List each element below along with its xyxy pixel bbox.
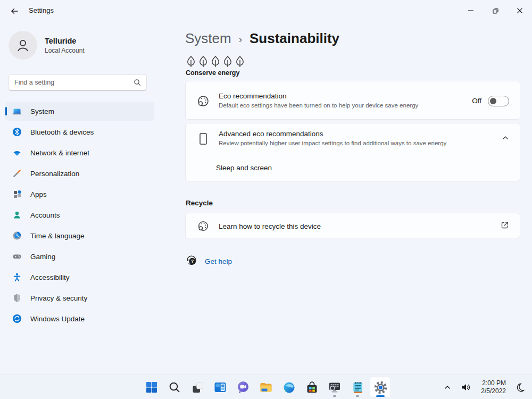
sidebar-item-gaming[interactable]: Gaming bbox=[5, 247, 154, 266]
eco-recommendation-title: Eco recommendation bbox=[219, 92, 472, 100]
brush-icon bbox=[12, 169, 22, 178]
leaf-icon bbox=[222, 55, 233, 68]
search-icon bbox=[168, 381, 181, 394]
get-help-icon: ? bbox=[186, 254, 197, 268]
conserve-energy-label: Conserve energy bbox=[186, 69, 239, 77]
toggle-knob bbox=[490, 98, 496, 104]
sleep-and-screen-row[interactable]: Sleep and screen bbox=[186, 154, 520, 181]
sidebar-item-label: Apps bbox=[30, 190, 47, 198]
back-button[interactable] bbox=[5, 4, 23, 18]
task-view-icon bbox=[191, 381, 204, 394]
leaf-icon bbox=[198, 55, 209, 68]
get-help-link[interactable]: Get help bbox=[205, 257, 232, 265]
focus-assist-button[interactable] bbox=[512, 377, 529, 397]
sidebar-item-label: System bbox=[30, 107, 54, 115]
user-card[interactable]: Telluride Local Account bbox=[9, 31, 85, 60]
laptop-icon bbox=[12, 106, 22, 116]
hidden-icons-button[interactable] bbox=[440, 377, 455, 397]
sidebar-item-system[interactable]: System bbox=[5, 102, 154, 121]
user-account-type: Local Account bbox=[45, 47, 85, 54]
minimize-button[interactable] bbox=[459, 0, 483, 21]
sidebar-item-label: Accessibility bbox=[30, 273, 70, 281]
settings-gear-icon bbox=[373, 380, 388, 395]
search-box[interactable] bbox=[9, 74, 147, 90]
update-icon bbox=[12, 314, 22, 323]
widgets-button[interactable] bbox=[210, 377, 231, 398]
sidebar-item-time-language[interactable]: Time & language bbox=[5, 226, 154, 245]
eco-leaf-icon bbox=[196, 220, 210, 232]
get-help-row[interactable]: ? Get help bbox=[186, 254, 232, 268]
clock-icon bbox=[12, 231, 22, 240]
sidebar-item-accounts[interactable]: Accounts bbox=[5, 205, 154, 225]
volume-button[interactable] bbox=[457, 377, 475, 397]
chevron-up-icon bbox=[444, 384, 451, 390]
tray-date: 2/5/2022 bbox=[481, 387, 506, 395]
sidebar-item-label: Personalization bbox=[30, 170, 79, 178]
microsoft-store-button[interactable] bbox=[301, 377, 322, 398]
chat-button[interactable] bbox=[232, 377, 254, 398]
sidebar-item-network[interactable]: Network & internet bbox=[5, 143, 154, 162]
sidebar-item-bluetooth[interactable]: Bluetooth & devices bbox=[5, 122, 154, 142]
person-outline-icon bbox=[15, 37, 31, 53]
sidebar-item-label: Windows Update bbox=[30, 315, 85, 323]
edge-icon bbox=[282, 381, 296, 394]
system-tray: 2:00 PM 2/5/2022 bbox=[440, 375, 529, 399]
running-indicator bbox=[333, 395, 336, 397]
tray-time: 2:00 PM bbox=[481, 379, 506, 387]
restore-button[interactable] bbox=[483, 0, 508, 21]
eco-recommendation-card: Eco recommendation Default eco settings … bbox=[185, 81, 520, 120]
wifi-icon bbox=[12, 148, 22, 157]
notepad-app-button[interactable] bbox=[347, 377, 368, 398]
sidebar-nav: System Bluetooth & devices bbox=[0, 102, 160, 330]
minimize-icon bbox=[468, 7, 474, 14]
system-monitor-app-button[interactable] bbox=[324, 377, 345, 398]
taskbar-search-button[interactable] bbox=[164, 377, 185, 398]
sidebar-item-label: Time & language bbox=[30, 232, 85, 240]
breadcrumb-system[interactable]: System bbox=[185, 30, 231, 47]
search-input[interactable] bbox=[9, 79, 134, 86]
eco-recommendation-toggle[interactable] bbox=[488, 96, 509, 106]
speaker-icon bbox=[461, 383, 471, 392]
notepad-icon bbox=[351, 381, 364, 394]
leaf-icon bbox=[210, 55, 221, 68]
gamepad-icon bbox=[12, 252, 22, 261]
sidebar-item-personalization[interactable]: Personalization bbox=[5, 164, 154, 183]
breadcrumb: System › Sustainability bbox=[185, 30, 339, 47]
accessibility-icon bbox=[12, 272, 22, 282]
sidebar-item-label: Accounts bbox=[30, 211, 60, 219]
selected-accent bbox=[5, 107, 7, 115]
device-outline-icon bbox=[196, 132, 210, 146]
sidebar-item-windows-update[interactable]: Windows Update bbox=[5, 309, 154, 328]
recycle-link-label: Learn how to recycle this device bbox=[219, 222, 501, 230]
avatar bbox=[9, 31, 37, 60]
apps-grid-icon bbox=[12, 189, 22, 199]
task-view-button[interactable] bbox=[187, 377, 208, 398]
advanced-eco-subtitle: Review potentially higher user impact se… bbox=[219, 139, 502, 148]
moon-icon bbox=[516, 383, 525, 392]
sidebar-item-label: Privacy & security bbox=[30, 294, 87, 302]
main-content: System › Sustainability Conserve energy bbox=[185, 21, 520, 375]
sleep-and-screen-label: Sleep and screen bbox=[216, 164, 272, 172]
bluetooth-icon bbox=[12, 127, 22, 137]
sidebar-item-accessibility[interactable]: Accessibility bbox=[5, 268, 154, 287]
file-explorer-icon bbox=[259, 381, 273, 394]
advanced-eco-header-row[interactable]: Advanced eco recommendations Review pote… bbox=[186, 123, 520, 154]
close-button[interactable] bbox=[508, 0, 532, 21]
start-button[interactable] bbox=[141, 377, 162, 398]
settings-app-button[interactable] bbox=[370, 377, 391, 398]
windows-start-icon bbox=[145, 381, 158, 394]
edge-browser-button[interactable] bbox=[278, 377, 300, 398]
leaf-icon bbox=[235, 55, 245, 68]
settings-window: Settings bbox=[0, 0, 532, 399]
toggle-state-label: Off bbox=[472, 97, 481, 105]
file-explorer-button[interactable] bbox=[255, 377, 277, 398]
person-icon bbox=[12, 210, 22, 220]
active-indicator bbox=[376, 395, 385, 397]
recycle-card[interactable]: Learn how to recycle this device bbox=[185, 213, 520, 238]
sidebar-item-label: Network & internet bbox=[30, 149, 89, 157]
sidebar-item-apps[interactable]: Apps bbox=[5, 185, 154, 204]
chevron-up-icon[interactable] bbox=[502, 134, 509, 144]
window-title: Settings bbox=[29, 6, 54, 14]
sidebar-item-privacy[interactable]: Privacy & security bbox=[5, 288, 154, 307]
clock-tray[interactable]: 2:00 PM 2/5/2022 bbox=[477, 377, 510, 397]
